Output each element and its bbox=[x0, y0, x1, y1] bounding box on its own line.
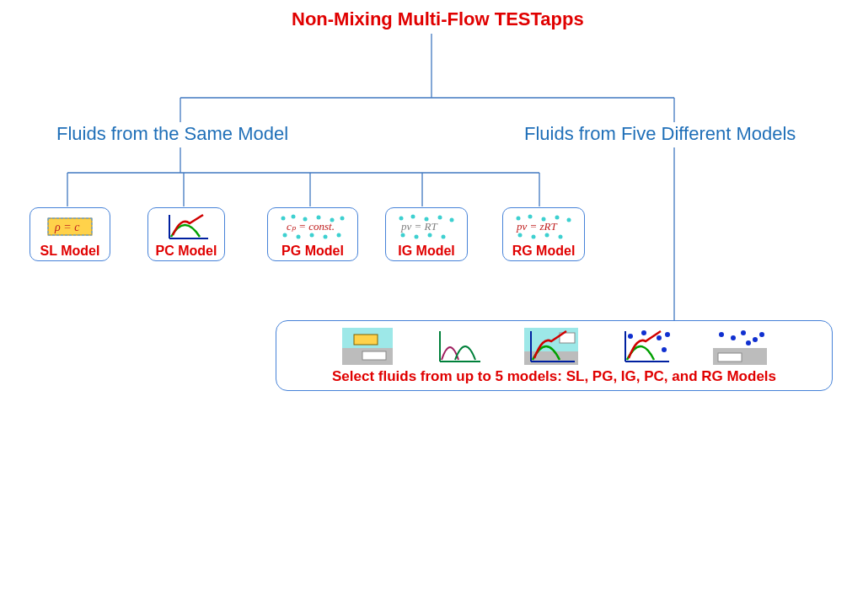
svg-rect-51 bbox=[362, 351, 386, 360]
pg-model-label: PG Model bbox=[281, 244, 344, 258]
svg-point-36 bbox=[415, 235, 419, 239]
svg-point-64 bbox=[665, 332, 670, 337]
multi-icon-rg bbox=[619, 328, 673, 365]
sl-formula: ρ = c bbox=[54, 221, 80, 233]
pc-model-label: PC Model bbox=[156, 244, 217, 258]
svg-point-37 bbox=[428, 233, 432, 238]
svg-point-43 bbox=[567, 218, 571, 222]
svg-rect-50 bbox=[354, 335, 378, 345]
svg-point-71 bbox=[753, 337, 758, 342]
ig-icon: pv = RT bbox=[394, 212, 458, 242]
svg-point-28 bbox=[324, 235, 328, 239]
svg-point-40 bbox=[528, 215, 533, 219]
ig-formula: pv = RT bbox=[400, 220, 437, 233]
svg-point-19 bbox=[281, 217, 286, 221]
ig-model-label: IG Model bbox=[398, 244, 455, 258]
svg-point-34 bbox=[450, 218, 454, 222]
pg-formula: cₚ = const. bbox=[287, 220, 335, 233]
branch-same-model: Fluids from the Same Model bbox=[56, 123, 288, 145]
svg-point-45 bbox=[532, 235, 536, 239]
svg-point-73 bbox=[746, 340, 751, 345]
svg-point-65 bbox=[662, 347, 667, 352]
pc-icon bbox=[161, 212, 212, 242]
svg-point-42 bbox=[555, 216, 560, 220]
rg-icon: pv = zRT bbox=[512, 212, 576, 242]
model-box-rg[interactable]: pv = zRT RG Model bbox=[502, 207, 585, 261]
svg-point-20 bbox=[292, 215, 296, 219]
svg-point-69 bbox=[731, 335, 736, 340]
multi-model-label: Select fluids from up to 5 models: SL, P… bbox=[332, 368, 776, 384]
svg-point-72 bbox=[759, 332, 764, 337]
multi-model-box[interactable]: Select fluids from up to 5 models: SL, P… bbox=[276, 320, 833, 391]
sl-icon: ρ = c bbox=[41, 212, 99, 242]
svg-point-24 bbox=[340, 217, 345, 221]
svg-point-47 bbox=[559, 235, 563, 239]
svg-point-68 bbox=[719, 332, 724, 337]
multi-icon-pc bbox=[524, 328, 578, 365]
svg-point-27 bbox=[310, 233, 314, 238]
svg-point-35 bbox=[401, 233, 405, 238]
svg-point-33 bbox=[438, 216, 442, 220]
svg-point-29 bbox=[337, 233, 341, 238]
svg-point-61 bbox=[628, 334, 633, 339]
model-box-ig[interactable]: pv = RT IG Model bbox=[385, 207, 468, 261]
svg-point-63 bbox=[657, 335, 662, 340]
rg-formula: pv = zRT bbox=[516, 220, 558, 233]
multi-icon-ig bbox=[713, 328, 767, 365]
svg-point-46 bbox=[545, 233, 549, 238]
sl-model-label: SL Model bbox=[40, 244, 100, 258]
svg-point-22 bbox=[317, 216, 321, 220]
branch-five-models: Fluids from Five Different Models bbox=[524, 123, 796, 145]
model-box-pg[interactable]: cₚ = const. PG Model bbox=[267, 207, 358, 261]
rg-model-label: RG Model bbox=[512, 244, 576, 258]
svg-point-26 bbox=[297, 235, 301, 239]
model-box-pc[interactable]: PC Model bbox=[147, 207, 225, 261]
multi-icon-sl bbox=[342, 328, 393, 365]
tree-connectors bbox=[0, 0, 863, 616]
svg-point-38 bbox=[442, 235, 446, 239]
svg-point-25 bbox=[283, 233, 287, 238]
pg-icon: cₚ = const. bbox=[276, 212, 349, 242]
page-title: Non-Mixing Multi-Flow TESTapps bbox=[292, 8, 584, 30]
svg-point-44 bbox=[518, 233, 523, 238]
svg-point-62 bbox=[641, 330, 646, 335]
svg-rect-67 bbox=[718, 353, 742, 362]
svg-rect-55 bbox=[524, 351, 578, 365]
svg-point-70 bbox=[741, 330, 746, 335]
model-box-sl[interactable]: ρ = c SL Model bbox=[29, 207, 110, 261]
multi-icon-pg bbox=[433, 328, 484, 365]
svg-point-31 bbox=[411, 215, 415, 219]
